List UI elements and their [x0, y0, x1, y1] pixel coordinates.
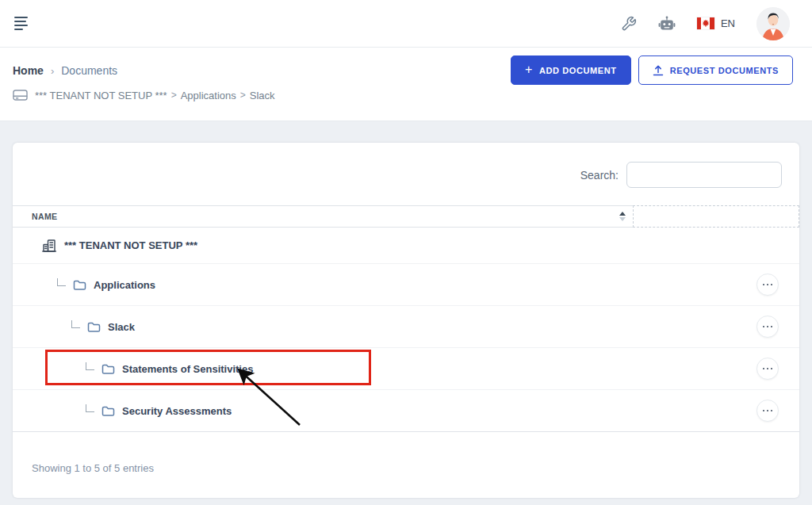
add-document-button[interactable]: + ADD DOCUMENT: [511, 55, 631, 85]
top-navbar: EN: [0, 0, 812, 48]
name-column-header[interactable]: NAME: [13, 205, 633, 228]
row-label[interactable]: Statements of Sensitivities: [122, 363, 253, 375]
documents-card: Search: NAME *** TENANT NOT SETUP *** Ap…: [13, 143, 799, 498]
building-icon: [41, 238, 57, 254]
page-header: Home › Documents *** TENANT NOT SETUP **…: [0, 48, 812, 121]
tree-connector-icon: [86, 404, 94, 412]
user-avatar[interactable]: [756, 7, 790, 40]
tree-connector-icon: [71, 320, 80, 328]
row-menu-button[interactable]: [756, 400, 779, 422]
location-segment[interactable]: *** TENANT NOT SETUP ***: [35, 90, 167, 101]
row-menu-button[interactable]: [756, 316, 779, 338]
canada-flag-icon: [697, 17, 714, 29]
plus-icon: +: [525, 63, 533, 76]
folder-icon: [87, 321, 101, 333]
folder-icon: [73, 279, 86, 291]
row-menu-button[interactable]: [756, 274, 779, 296]
entries-status: Showing 1 to 5 of 5 entries: [13, 432, 799, 474]
breadcrumb-documents[interactable]: Documents: [61, 64, 117, 77]
tree-connector-icon: [86, 362, 94, 370]
location-path: *** TENANT NOT SETUP *** > Applications …: [35, 90, 275, 101]
row-label[interactable]: *** TENANT NOT SETUP ***: [64, 239, 197, 251]
current-location: *** TENANT NOT SETUP *** > Applications …: [13, 89, 793, 101]
language-switcher[interactable]: EN: [697, 17, 735, 29]
table-row: Applications: [13, 264, 799, 306]
language-label: EN: [721, 17, 735, 29]
hamburger-menu-icon[interactable]: [13, 13, 29, 33]
location-segment[interactable]: Slack: [250, 90, 275, 101]
main-content: Search: NAME *** TENANT NOT SETUP *** Ap…: [0, 121, 812, 498]
request-documents-button[interactable]: REQUEST DOCUMENTS: [638, 55, 793, 85]
robot-icon[interactable]: [658, 15, 676, 32]
wrench-icon[interactable]: [621, 16, 637, 32]
actions-column-header: [633, 205, 799, 228]
upload-icon: [653, 65, 664, 76]
search-label: Search:: [580, 169, 619, 182]
table-header: NAME: [13, 205, 799, 228]
breadcrumb-home[interactable]: Home: [13, 64, 44, 77]
row-label[interactable]: Applications: [94, 279, 155, 291]
search-input[interactable]: [626, 162, 782, 188]
sort-icons[interactable]: [619, 212, 626, 221]
row-label[interactable]: Security Assessments: [122, 405, 232, 417]
table-row: Security Assessments: [13, 390, 799, 432]
drive-icon: [13, 89, 28, 101]
table-row: Statements of Sensitivities: [13, 348, 799, 390]
table-row: Slack: [13, 306, 799, 348]
tree-connector-icon: [57, 278, 66, 286]
table-row: *** TENANT NOT SETUP ***: [13, 228, 799, 264]
breadcrumb-separator: ›: [51, 65, 54, 77]
folder-icon: [102, 405, 115, 417]
row-menu-button[interactable]: [756, 358, 779, 380]
location-segment[interactable]: Applications: [181, 90, 236, 101]
folder-icon: [102, 363, 115, 375]
table-body: *** TENANT NOT SETUP *** Applications Sl…: [13, 228, 799, 432]
row-label[interactable]: Slack: [108, 321, 135, 333]
